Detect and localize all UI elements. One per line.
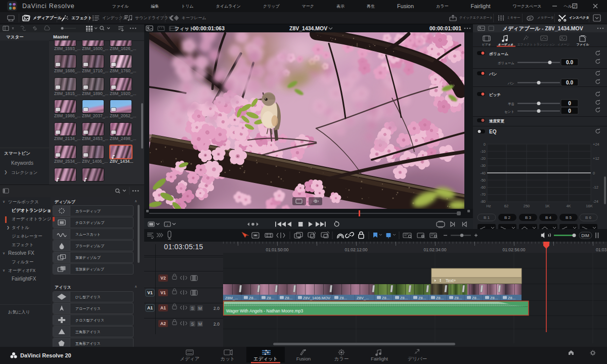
svg-text:Fairlight: Fairlight xyxy=(371,356,388,361)
svg-text:カラー: カラー xyxy=(334,356,349,361)
svg-text:0: 0 xyxy=(568,108,571,114)
svg-text:メディアプール - Z8V_1434.MOV: メディアプール - Z8V_1434.MOV xyxy=(502,25,583,31)
svg-text:速度変更: 速度変更 xyxy=(489,119,505,123)
svg-text:ビデオ: ビデオ xyxy=(482,43,491,47)
svg-text:B 4: B 4 xyxy=(545,215,552,220)
svg-text:オーディオ: オーディオ xyxy=(498,43,514,47)
svg-text:エディット: エディット xyxy=(253,356,278,361)
svg-text:V1: V1 xyxy=(160,290,166,295)
svg-text:S: S xyxy=(191,306,194,311)
svg-text:+12: +12 xyxy=(593,156,599,161)
svg-text:2.0: 2.0 xyxy=(213,306,220,311)
svg-text:-10: -10 xyxy=(480,149,486,154)
svg-text:+24: +24 xyxy=(593,142,599,147)
svg-text:V2: V2 xyxy=(160,276,166,281)
svg-text:-70: -70 xyxy=(480,192,486,197)
svg-text:00:00:01:063: 00:00:01:063 xyxy=(193,25,225,31)
svg-text:ファイル: ファイル xyxy=(577,43,589,47)
svg-text:0: 0 xyxy=(593,171,595,175)
svg-text:-50: -50 xyxy=(480,178,486,183)
svg-text:B 3: B 3 xyxy=(525,215,532,220)
svg-text:-80: -80 xyxy=(480,199,486,204)
svg-text:A2: A2 xyxy=(160,321,166,326)
svg-text:トランジション: トランジション xyxy=(534,43,555,46)
svg-text:ボリューム: ボリューム xyxy=(489,52,509,56)
svg-text:62: 62 xyxy=(504,204,508,208)
svg-text:M: M xyxy=(198,322,202,327)
svg-text:EQ: EQ xyxy=(489,129,497,134)
svg-text:DIM: DIM xyxy=(581,233,589,238)
svg-text:S: S xyxy=(191,322,194,327)
svg-text:カット: カット xyxy=(220,356,235,361)
svg-text:-60: -60 xyxy=(480,185,486,190)
svg-text:DaVinci Resolve 20: DaVinci Resolve 20 xyxy=(20,352,71,358)
svg-text:0.0: 0.0 xyxy=(566,60,573,65)
svg-text:イメージ: イメージ xyxy=(557,43,570,46)
svg-text:♪: ♪ xyxy=(166,223,168,226)
svg-text:半音: 半音 xyxy=(508,102,515,106)
svg-text:パン: パン xyxy=(507,81,514,85)
svg-text:-24: -24 xyxy=(593,199,598,204)
svg-text:V1: V1 xyxy=(147,290,153,295)
svg-text:B 2: B 2 xyxy=(504,215,511,220)
svg-text:A1: A1 xyxy=(160,305,166,310)
svg-text:0: 0 xyxy=(568,101,571,106)
svg-text:Fusion: Fusion xyxy=(296,356,311,361)
svg-text:-40: -40 xyxy=(480,171,486,175)
svg-text:-30: -30 xyxy=(480,163,486,168)
svg-text:250: 250 xyxy=(524,204,530,208)
svg-text:-12: -12 xyxy=(593,185,598,190)
svg-text:16K: 16K xyxy=(586,204,592,208)
svg-text:00:00:01:001: 00:00:01:001 xyxy=(429,25,461,31)
svg-text:B 6: B 6 xyxy=(585,215,592,220)
svg-text:ピッチ: ピッチ xyxy=(489,93,501,97)
svg-text:1K: 1K xyxy=(545,204,549,208)
svg-text:0: 0 xyxy=(484,142,486,147)
svg-text:Z8V_1434.MOV: Z8V_1434.MOV xyxy=(289,25,327,31)
svg-text:B 5: B 5 xyxy=(566,215,572,220)
svg-text:パン: パン xyxy=(489,72,497,76)
svg-text:フィット: フィット xyxy=(175,26,194,31)
svg-text:4K: 4K xyxy=(566,204,571,208)
svg-text:M: M xyxy=(198,306,202,311)
svg-text:B 1: B 1 xyxy=(484,215,490,220)
svg-text:セント: セント xyxy=(504,110,514,113)
svg-text:2.0: 2.0 xyxy=(213,322,220,327)
svg-text:ボリューム: ボリューム xyxy=(498,61,514,65)
svg-text:0.0: 0.0 xyxy=(566,80,573,85)
svg-text:エフェクト: エフェクト xyxy=(517,43,533,46)
svg-text:デリバー: デリバー xyxy=(408,356,427,361)
svg-text:A1: A1 xyxy=(147,305,153,310)
svg-text:メディア: メディア xyxy=(180,356,200,361)
svg-text:-20: -20 xyxy=(480,156,486,161)
svg-text:Hz: Hz xyxy=(486,204,491,208)
